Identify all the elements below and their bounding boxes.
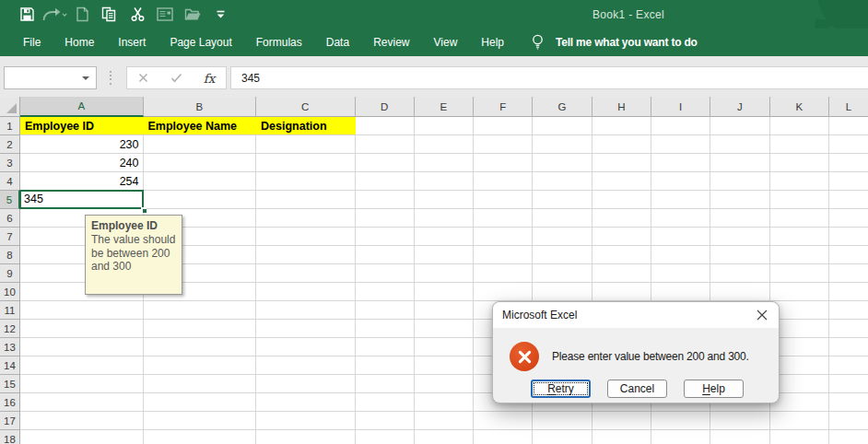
copy-icon[interactable]	[96, 0, 123, 29]
column-header-G[interactable]: G	[533, 97, 592, 117]
window-title: Book1 - Excel	[592, 0, 664, 29]
column-header-L[interactable]: L	[829, 97, 868, 117]
formula-input[interactable]: 345	[230, 66, 868, 89]
formula-value: 345	[241, 72, 260, 85]
row-header-11[interactable]: 11	[0, 301, 20, 320]
active-cell-A5[interactable]: 345	[19, 190, 144, 210]
select-all-triangle-icon	[6, 103, 17, 113]
validation-tooltip-body: The value shouldbe between 200and 300	[91, 233, 176, 274]
dialog-title-bar: Microsoft Excel	[493, 302, 779, 328]
button-label: Help	[702, 382, 725, 395]
column-header-E[interactable]: E	[415, 97, 474, 117]
row-header-5[interactable]: 5	[0, 191, 20, 209]
name-box[interactable]	[4, 66, 97, 89]
validation-tooltip-body-line: be between 200	[91, 247, 176, 261]
tab-file[interactable]: File	[11, 29, 53, 56]
row-header-10[interactable]: 10	[0, 283, 20, 301]
column-header-H[interactable]: H	[592, 97, 651, 117]
row-header-16[interactable]: 16	[0, 393, 20, 412]
retry-button[interactable]: Retry	[531, 380, 591, 398]
column-header-D[interactable]: D	[356, 97, 415, 117]
validation-tooltip: Employee ID The value shouldbe between 2…	[85, 215, 182, 295]
button-label: Cancel	[620, 382, 654, 395]
cancel-button[interactable]: Cancel	[607, 380, 667, 398]
column-header-K[interactable]: K	[770, 97, 829, 117]
tab-data[interactable]: Data	[314, 29, 361, 56]
cell-A2[interactable]: 230	[20, 135, 143, 153]
tab-view[interactable]: View	[422, 29, 470, 56]
cut-icon[interactable]	[123, 0, 151, 29]
quick-access-toolbar	[13, 0, 234, 29]
gridline	[20, 411, 868, 412]
formula-bar-gripper[interactable]	[110, 71, 111, 85]
tell-me-label: Tell me what you want to do	[556, 36, 698, 49]
column-header-I[interactable]: I	[651, 97, 710, 117]
ribbon-tab-bar: FileHomeInsertPage LayoutFormulasDataRev…	[0, 29, 868, 56]
tab-formulas[interactable]: Formulas	[244, 29, 314, 56]
tab-home[interactable]: Home	[53, 29, 106, 56]
row-header-14[interactable]: 14	[0, 356, 20, 375]
row-header-2[interactable]: 2	[0, 135, 20, 154]
column-header-B[interactable]: B	[144, 97, 257, 117]
insert-function-icon[interactable]: fx	[193, 67, 226, 88]
formula-bar-buttons: fx	[126, 66, 227, 89]
cell-A3[interactable]: 240	[20, 154, 143, 171]
tell-me-box[interactable]: Tell me what you want to do	[532, 34, 698, 51]
row-header-18[interactable]: 18	[0, 430, 20, 444]
open-folder-icon[interactable]	[179, 0, 206, 29]
error-icon	[510, 342, 539, 371]
excel-window: Book1 - Excel FileHomeInsertPage LayoutF…	[0, 0, 868, 444]
save-icon[interactable]	[13, 0, 41, 29]
row-header-8[interactable]: 8	[0, 246, 20, 264]
column-header-A[interactable]: A	[20, 97, 144, 117]
validation-tooltip-title: Employee ID	[91, 219, 176, 233]
customize-quick-access-toolbar-icon[interactable]	[206, 0, 234, 29]
enter-icon[interactable]	[160, 67, 194, 88]
row-header-12[interactable]: 12	[0, 320, 20, 338]
gridline	[20, 134, 868, 135]
gridline	[20, 429, 868, 430]
tab-help[interactable]: Help	[469, 29, 516, 56]
gridline	[473, 117, 474, 444]
column-header-J[interactable]: J	[710, 97, 769, 117]
row-header-9[interactable]: 9	[0, 264, 20, 283]
cell-C1[interactable]: Designation	[256, 117, 356, 134]
gridline	[20, 190, 868, 191]
cell-B1[interactable]: Employee Name	[144, 117, 257, 134]
row-header-7[interactable]: 7	[0, 228, 20, 246]
dialog-title: Microsoft Excel	[502, 309, 577, 321]
new-document-icon[interactable]	[68, 0, 96, 29]
lightbulb-icon	[532, 34, 544, 51]
gridline	[355, 117, 356, 444]
row-header-17[interactable]: 17	[0, 412, 20, 430]
form-icon[interactable]	[151, 0, 179, 29]
cell-A1[interactable]: Employee ID	[20, 117, 144, 134]
validation-tooltip-body-line: The value should	[91, 233, 176, 247]
row-header-1[interactable]: 1	[0, 117, 20, 135]
gridline	[20, 208, 868, 209]
row-header-6[interactable]: 6	[0, 209, 20, 228]
tab-insert[interactable]: Insert	[106, 29, 158, 56]
validation-tooltip-body-line: and 300	[91, 260, 176, 274]
dialog-message: Please enter value between 200 and 300.	[552, 350, 749, 363]
help-button[interactable]: Help	[684, 380, 744, 398]
column-header-F[interactable]: F	[474, 97, 533, 117]
redo-icon[interactable]	[41, 0, 68, 29]
cell-A4[interactable]: 254	[20, 172, 143, 190]
formula-bar: fx 345	[0, 56, 868, 97]
name-box-dropdown-icon[interactable]	[82, 76, 89, 80]
tab-review[interactable]: Review	[361, 29, 421, 56]
gridline	[20, 153, 868, 154]
column-header-C[interactable]: C	[256, 97, 356, 117]
title-bar: Book1 - Excel	[0, 0, 868, 29]
dialog-close-button[interactable]	[757, 310, 768, 321]
error-dialog: Microsoft Excel Please enter value betwe…	[492, 301, 780, 403]
row-header-15[interactable]: 15	[0, 375, 20, 393]
row-header-4[interactable]: 4	[0, 172, 20, 191]
tab-page-layout[interactable]: Page Layout	[158, 29, 243, 56]
cancel-icon[interactable]	[127, 67, 160, 88]
fill-handle[interactable]	[141, 207, 147, 213]
row-header-3[interactable]: 3	[0, 154, 20, 172]
row-header-13[interactable]: 13	[0, 338, 20, 356]
select-all-corner[interactable]	[0, 97, 20, 117]
